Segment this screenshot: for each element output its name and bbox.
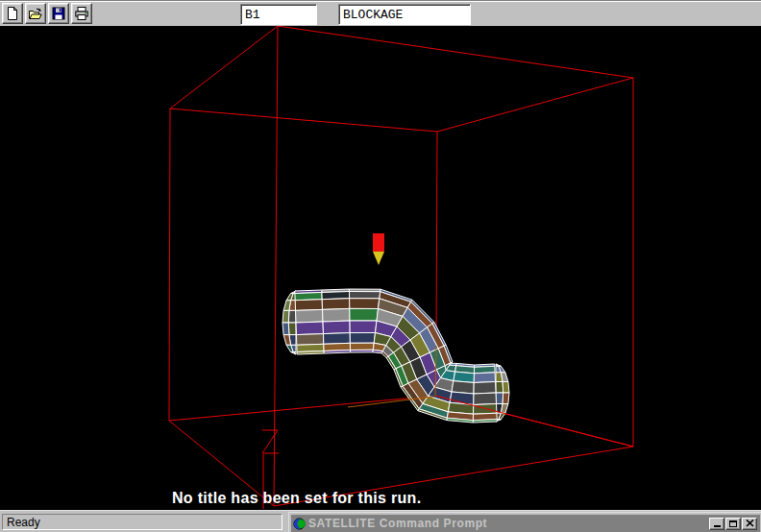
print-icon: [74, 6, 89, 21]
maximize-icon: [729, 520, 737, 527]
window-controls: [709, 518, 757, 530]
close-button[interactable]: [742, 518, 757, 530]
object-name-field[interactable]: [240, 4, 317, 25]
object-type-field[interactable]: [338, 4, 471, 25]
close-icon: [746, 520, 754, 527]
application-window: No title has been set for this run. Read…: [0, 0, 761, 532]
minimize-button[interactable]: [709, 518, 724, 530]
status-panel: Ready: [2, 514, 282, 530]
viewport-3d[interactable]: No title has been set for this run.: [0, 26, 761, 510]
toolbar: [0, 0, 761, 26]
status-text: Ready: [7, 516, 40, 529]
probe-marker: [373, 233, 384, 265]
open-folder-icon: [28, 6, 43, 21]
open-file-button[interactable]: [25, 3, 46, 24]
save-icon: [51, 6, 66, 21]
save-button[interactable]: [48, 3, 69, 24]
print-button[interactable]: [71, 3, 92, 24]
satellite-window-titlebar[interactable]: SATELLITE Command Prompt: [291, 515, 760, 532]
domain-wireframe: [169, 26, 633, 506]
satellite-window[interactable]: SATELLITE Command Prompt: [288, 512, 761, 532]
maximize-button[interactable]: [725, 518, 741, 530]
run-title-message: No title has been set for this run.: [172, 490, 421, 506]
pipe-object: [282, 289, 509, 423]
new-document-icon: [5, 6, 20, 21]
scene-canvas[interactable]: No title has been set for this run.: [0, 26, 761, 510]
minimize-icon: [714, 525, 721, 527]
satellite-icon: [293, 518, 306, 530]
satellite-window-title: SATELLITE Command Prompt: [308, 517, 706, 530]
new-file-button[interactable]: [2, 3, 23, 24]
